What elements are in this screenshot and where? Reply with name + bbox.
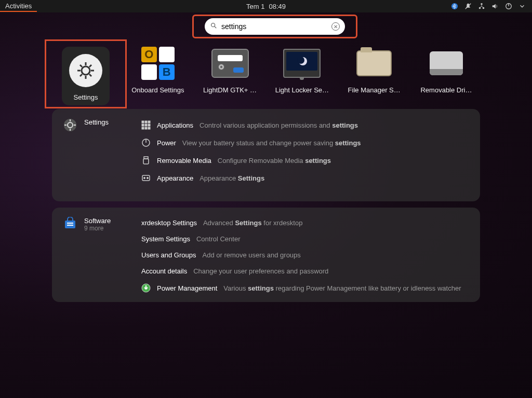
app-label: Removable Dri… [420,86,472,94]
row-name: Power [157,139,176,147]
login-settings-icon [211,49,249,78]
svg-rect-28 [142,121,144,123]
app-file-manager-settings[interactable]: File Manager S… [340,47,408,105]
usb-icon [141,156,151,165]
system-tray [451,3,532,10]
power-icon[interactable] [505,3,512,10]
time-label: 08:49 [269,3,286,10]
svg-rect-44 [65,221,75,228]
svg-point-2 [481,3,483,5]
software-row-power-management[interactable]: Power Management Various settings regard… [141,283,470,293]
row-name: Account details [141,267,187,275]
search-input[interactable] [217,22,331,31]
svg-point-19 [220,66,222,68]
onboard-icon: OB [141,47,175,80]
app-lightdm-gtk[interactable]: LightDM GTK+ … [196,47,264,105]
row-desc: Control Center [196,235,241,243]
row-desc: Configure Removable Media settings [218,157,331,164]
drive-icon [430,51,463,75]
software-row-system-settings[interactable]: System Settings Control Center [141,235,470,243]
software-row-users-groups[interactable]: Users and Groups Add or remove users and… [141,251,470,259]
gear-icon [63,118,77,132]
svg-rect-35 [145,127,147,129]
row-name: Users and Groups [141,251,196,259]
row-desc: Appearance Settings [200,174,264,182]
chevron-down-icon[interactable] [518,3,526,10]
svg-line-16 [80,74,82,76]
settings-row-power[interactable]: Power View your battery status and chang… [141,138,470,147]
software-results-panel: Software 9 more xrdesktop Settings Advan… [52,208,480,302]
svg-rect-40 [143,159,149,164]
svg-rect-30 [148,121,150,123]
app-results-grid: Settings OB Onboard Settings LightDM GTK… [52,47,480,105]
svg-point-21 [297,57,304,64]
svg-line-8 [215,26,217,29]
svg-point-43 [147,177,149,179]
row-name: System Settings [141,235,190,243]
software-row-account-details[interactable]: Account details Change your user prefere… [141,267,470,275]
svg-rect-36 [148,127,150,129]
settings-row-applications[interactable]: Applications Control various application… [141,120,470,130]
folder-icon [356,50,392,76]
row-desc: Various settings regarding Power Managem… [223,284,461,292]
app-label: Light Locker Se… [275,86,329,94]
panel-title: Settings [84,118,109,126]
clock[interactable]: Tem 1 08:49 [246,3,286,10]
svg-line-15 [89,74,91,76]
grid-icon [141,120,151,130]
screensaver-icon [283,49,321,78]
app-removable-drives[interactable]: Removable Dri… [413,47,480,105]
row-name: Appearance [157,174,193,182]
app-label: Onboard Settings [131,86,184,94]
svg-line-17 [89,65,91,67]
bluetooth-icon[interactable] [451,3,458,10]
svg-rect-29 [145,121,147,123]
svg-rect-34 [142,127,144,129]
row-name: xrdesktop Settings [141,219,197,227]
network-icon[interactable] [478,3,485,10]
notifications-muted-icon[interactable] [464,3,472,10]
search-highlight-box: ✕ [192,15,357,38]
app-light-locker[interactable]: Light Locker Se… [268,47,336,105]
svg-rect-45 [67,223,73,224]
gear-icon [69,54,102,87]
svg-point-7 [211,23,215,27]
search-field[interactable]: ✕ [205,18,345,35]
svg-rect-31 [142,124,144,126]
row-desc: Add or remove users and groups [203,251,301,259]
activities-button[interactable]: Activities [0,1,37,12]
row-desc: Advanced Settings for xrdesktop [203,219,303,227]
app-onboard-settings[interactable]: OB Onboard Settings [124,47,192,105]
panel-title: Software [84,217,111,225]
panel-subtitle[interactable]: 9 more [84,225,111,232]
svg-point-9 [82,66,90,75]
settings-row-removable-media[interactable]: Removable Media Configure Removable Medi… [141,156,470,165]
row-desc: View your battery status and change powe… [182,139,361,147]
top-bar: Activities Tem 1 08:49 [0,0,532,12]
volume-icon[interactable] [491,3,499,10]
app-settings[interactable]: Settings [52,47,119,105]
row-name: Removable Media [157,157,211,164]
app-label: Settings [74,93,98,101]
row-desc: Change your user preferences and passwor… [193,267,328,275]
svg-line-14 [80,65,82,67]
settings-results-panel: Settings Applications Control various ap… [52,109,480,201]
row-name: Power Management [157,284,217,292]
clear-search-icon[interactable]: ✕ [331,22,340,31]
svg-point-42 [144,177,145,179]
row-desc: Control various application permissions … [200,121,358,129]
power-icon [141,138,151,147]
appearance-icon [141,173,151,183]
svg-rect-32 [145,124,147,126]
app-label: File Manager S… [348,86,401,94]
date-label: Tem 1 [246,3,264,10]
search-icon [210,22,217,31]
svg-rect-33 [148,124,150,126]
software-store-icon [63,217,77,230]
settings-row-appearance[interactable]: Appearance Appearance Settings [141,173,470,183]
app-label: LightDM GTK+ … [203,86,257,94]
row-name: Applications [157,121,193,129]
svg-rect-46 [67,225,73,226]
download-icon [141,283,151,293]
software-row-xrdesktop[interactable]: xrdesktop Settings Advanced Settings for… [141,219,470,227]
